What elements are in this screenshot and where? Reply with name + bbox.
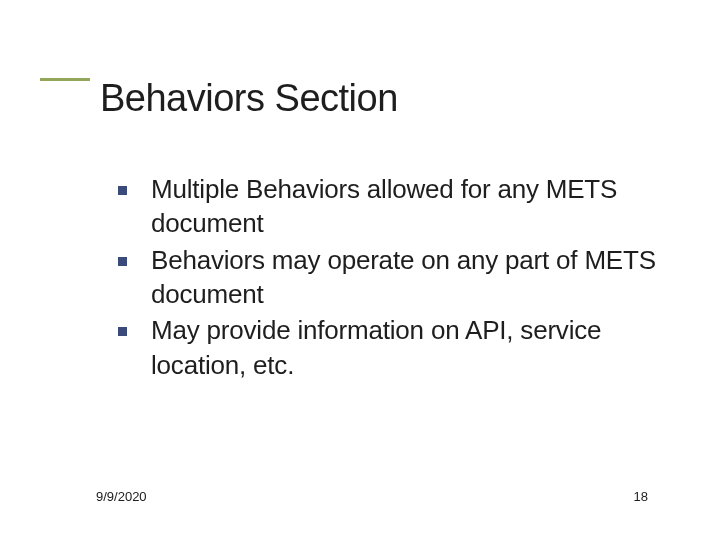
square-bullet-icon [118, 327, 127, 336]
bullet-list: Multiple Behaviors allowed for any METS … [118, 172, 672, 384]
slide-title: Behaviors Section [40, 77, 398, 120]
square-bullet-icon [118, 257, 127, 266]
list-item-text: May provide information on API, service … [151, 313, 672, 382]
slide: Behaviors Section Multiple Behaviors all… [0, 0, 720, 540]
square-bullet-icon [118, 186, 127, 195]
title-block: Behaviors Section [40, 78, 398, 120]
footer-date: 9/9/2020 [96, 489, 147, 504]
list-item: May provide information on API, service … [118, 313, 672, 382]
footer-page-number: 18 [634, 489, 648, 504]
list-item: Multiple Behaviors allowed for any METS … [118, 172, 672, 241]
list-item-text: Multiple Behaviors allowed for any METS … [151, 172, 672, 241]
list-item: Behaviors may operate on any part of MET… [118, 243, 672, 312]
list-item-text: Behaviors may operate on any part of MET… [151, 243, 672, 312]
